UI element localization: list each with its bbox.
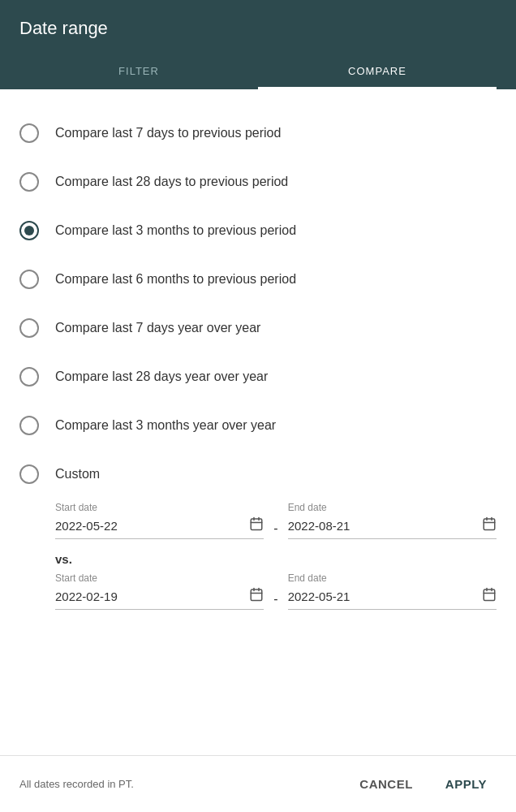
period1-end-input[interactable] xyxy=(288,519,482,533)
period2-separator: - xyxy=(273,592,277,610)
option-3months-prev[interactable]: Compare last 3 months to previous period xyxy=(19,206,497,255)
period1-start-input-wrap xyxy=(55,516,264,539)
period1-start-calendar-icon[interactable] xyxy=(249,516,264,535)
option-28days-yoy[interactable]: Compare last 28 days year over year xyxy=(19,352,497,401)
period1-end-label: End date xyxy=(288,502,497,513)
radio-28days-yoy[interactable] xyxy=(19,367,39,387)
period2-start-calendar-icon[interactable] xyxy=(249,587,264,606)
option-3months-yoy-label: Compare last 3 months year over year xyxy=(55,418,276,433)
radio-6months-prev[interactable] xyxy=(19,270,39,289)
period2-start-input-wrap xyxy=(55,587,264,610)
period1-row: Start date - End date xyxy=(55,502,497,539)
option-7days-yoy-label: Compare last 7 days year over year xyxy=(55,321,260,335)
content-area: Compare last 7 days to previous period C… xyxy=(0,89,516,755)
period1-end-group: End date xyxy=(288,502,497,539)
svg-rect-0 xyxy=(252,519,263,530)
svg-rect-4 xyxy=(484,519,495,530)
period2-end-label: End date xyxy=(288,572,497,584)
custom-section: Start date - End date xyxy=(19,502,497,610)
option-6months-prev-label: Compare last 6 months to previous period xyxy=(55,272,296,287)
footer: All dates recorded in PT. CANCEL APPLY xyxy=(0,755,516,812)
radio-7days-prev[interactable] xyxy=(19,123,39,143)
radio-7days-yoy[interactable] xyxy=(19,318,39,338)
period2-start-input[interactable] xyxy=(55,590,249,603)
period2-end-calendar-icon[interactable] xyxy=(482,587,497,606)
svg-rect-8 xyxy=(252,590,263,601)
radio-custom[interactable] xyxy=(19,464,39,484)
tab-compare[interactable]: COMPARE xyxy=(258,55,497,89)
apply-button[interactable]: APPLY xyxy=(436,771,497,797)
period2-end-input-wrap xyxy=(288,587,497,610)
svg-rect-12 xyxy=(484,590,495,601)
radio-3months-yoy[interactable] xyxy=(19,416,39,435)
header: Date range FILTER COMPARE xyxy=(0,0,516,89)
option-custom-label: Custom xyxy=(55,467,100,482)
option-28days-prev-label: Compare last 28 days to previous period xyxy=(55,175,288,189)
footer-actions: CANCEL APPLY xyxy=(350,771,497,797)
option-7days-prev[interactable]: Compare last 7 days to previous period xyxy=(19,109,497,158)
period2-start-label: Start date xyxy=(55,572,264,584)
period1-start-label: Start date xyxy=(55,502,264,513)
period2-end-input[interactable] xyxy=(288,590,482,603)
period2-start-group: Start date xyxy=(55,572,264,610)
option-7days-prev-label: Compare last 7 days to previous period xyxy=(55,126,281,140)
page-title: Date range xyxy=(19,18,497,39)
period2-end-group: End date xyxy=(288,572,497,610)
period1-start-input[interactable] xyxy=(55,519,249,533)
option-6months-prev[interactable]: Compare last 6 months to previous period xyxy=(19,255,497,304)
period1-separator: - xyxy=(273,521,277,539)
footer-note: All dates recorded in PT. xyxy=(19,778,134,790)
option-3months-yoy[interactable]: Compare last 3 months year over year xyxy=(19,401,497,450)
radio-3months-prev[interactable] xyxy=(19,221,39,240)
option-7days-yoy[interactable]: Compare last 7 days year over year xyxy=(19,304,497,352)
vs-label: vs. xyxy=(55,552,497,566)
tab-filter[interactable]: FILTER xyxy=(19,55,258,89)
cancel-button[interactable]: CANCEL xyxy=(350,771,423,797)
period1-end-calendar-icon[interactable] xyxy=(482,516,497,535)
option-3months-prev-label: Compare last 3 months to previous period xyxy=(55,223,296,238)
option-28days-prev[interactable]: Compare last 28 days to previous period xyxy=(19,158,497,206)
period2-row: Start date - End date xyxy=(55,572,497,610)
radio-28days-prev[interactable] xyxy=(19,172,39,192)
period1-end-input-wrap xyxy=(288,516,497,539)
tabs: FILTER COMPARE xyxy=(19,55,497,89)
option-28days-yoy-label: Compare last 28 days year over year xyxy=(55,369,268,384)
option-custom[interactable]: Custom xyxy=(19,450,497,499)
period1-start-group: Start date xyxy=(55,502,264,539)
